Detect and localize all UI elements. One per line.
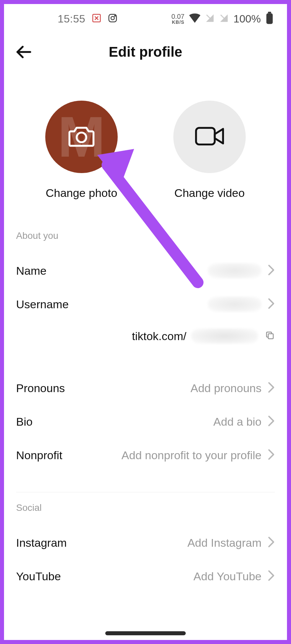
svg-rect-7 [267, 13, 273, 24]
pronouns-label: Pronouns [16, 382, 65, 395]
svg-rect-10 [196, 128, 215, 145]
instagram-label: Instagram [16, 536, 67, 549]
change-video-label: Change video [174, 186, 245, 200]
pronouns-row[interactable]: Pronouns Add pronouns [16, 371, 275, 405]
chevron-right-icon [268, 382, 275, 394]
sim1-icon [205, 13, 215, 24]
youtube-label: YouTube [16, 570, 61, 583]
instagram-status-icon [108, 13, 118, 24]
youtube-row[interactable]: YouTube Add YouTube [16, 559, 275, 593]
bio-row[interactable]: Bio Add a bio [16, 405, 275, 438]
username-row[interactable]: Username [16, 287, 275, 321]
name-row[interactable]: Name [16, 254, 275, 287]
change-video-item[interactable]: Change video [173, 101, 246, 200]
status-right: 0.07 KB/S 100% [171, 12, 274, 26]
tiktok-url-prefix: tiktok.com/ [132, 330, 186, 343]
section-divider [16, 492, 275, 492]
device-frame: 15:55 0.07 KB/S [0, 0, 291, 644]
name-label: Name [16, 264, 47, 277]
chevron-right-icon [268, 298, 275, 311]
name-value-redacted [208, 263, 261, 278]
network-speed: 0.07 KB/S [171, 13, 184, 24]
nonprofit-value: Add nonprofit to your profile [121, 449, 261, 462]
camera-icon [67, 124, 96, 150]
change-photo-item[interactable]: M Change photo [45, 101, 118, 200]
avatar-circle[interactable]: M [45, 101, 118, 173]
bio-value: Add a bio [213, 415, 261, 428]
status-left: 15:55 [58, 13, 118, 25]
about-section: About you Name Username tiktok.com/ [4, 230, 287, 472]
screenshot-icon [92, 13, 102, 24]
chevron-right-icon [268, 449, 275, 462]
svg-rect-11 [268, 334, 273, 339]
bio-label: Bio [16, 415, 33, 428]
wifi-icon [189, 13, 200, 24]
instagram-value: Add Instagram [187, 536, 261, 549]
tiktok-link-row[interactable]: tiktok.com/ [16, 321, 275, 351]
about-section-header: About you [16, 230, 275, 241]
chevron-right-icon [268, 264, 275, 277]
video-circle[interactable] [173, 101, 246, 173]
battery-icon [266, 12, 274, 26]
username-value-redacted [208, 297, 261, 312]
svg-point-2 [111, 16, 114, 20]
svg-rect-6 [268, 12, 271, 13]
status-time: 15:55 [58, 13, 85, 25]
copy-icon[interactable] [265, 330, 275, 342]
chevron-right-icon [268, 536, 275, 549]
svg-point-9 [77, 132, 86, 142]
social-section-header: Social [16, 502, 275, 513]
nonprofit-row[interactable]: Nonprofit Add nonprofit to your profile [16, 438, 275, 472]
svg-point-3 [114, 15, 115, 16]
page-title: Edit profile [109, 44, 182, 60]
back-button[interactable] [13, 42, 34, 62]
social-section: Social Instagram Add Instagram YouTube A… [4, 502, 287, 593]
change-photo-label: Change photo [46, 186, 117, 200]
video-icon [195, 126, 224, 148]
chevron-right-icon [268, 415, 275, 428]
pronouns-value: Add pronouns [190, 382, 261, 395]
youtube-value: Add YouTube [193, 570, 261, 583]
chevron-right-icon [268, 570, 275, 583]
nonprofit-label: Nonprofit [16, 449, 62, 462]
tiktok-url-redacted [191, 328, 258, 344]
app-header: Edit profile [4, 34, 287, 70]
username-label: Username [16, 298, 69, 311]
home-indicator[interactable] [105, 631, 186, 635]
battery-percent: 100% [233, 13, 261, 25]
media-row: M Change photo Change vid [4, 101, 287, 200]
instagram-row[interactable]: Instagram Add Instagram [16, 526, 275, 559]
sim2-icon [219, 13, 229, 24]
status-bar: 15:55 0.07 KB/S [4, 4, 287, 34]
